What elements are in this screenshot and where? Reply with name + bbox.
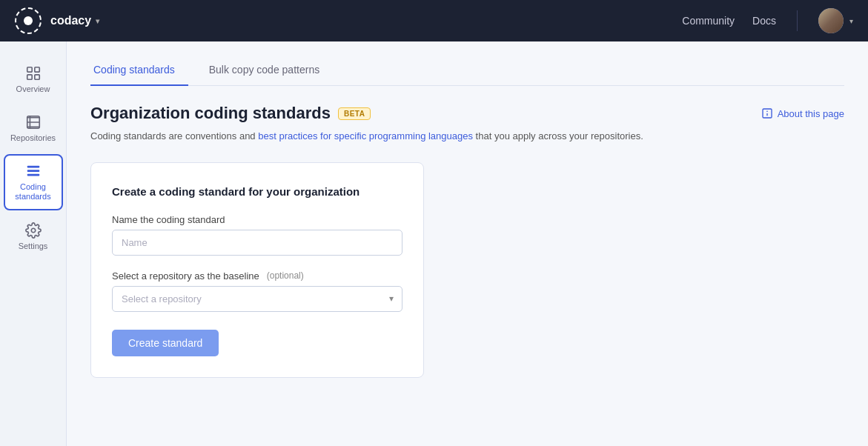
sidebar-item-overview[interactable]: Overview xyxy=(4,56,63,102)
sidebar-item-coding-standards-label: Coding standards xyxy=(10,182,57,202)
about-link-label: About this page xyxy=(778,108,844,119)
sidebar-item-coding-standards[interactable]: Coding standards xyxy=(4,154,63,210)
overview-icon xyxy=(25,65,42,81)
sidebar: Overview Repositories Coding standards xyxy=(0,41,67,446)
topnav-divider xyxy=(797,10,798,31)
description-part1: Coding standards are conventions and xyxy=(90,130,258,142)
svg-rect-1 xyxy=(34,67,39,72)
topnav-links: Community Docs ▾ xyxy=(682,8,853,33)
page-header: Organization coding standards BETA About… xyxy=(90,104,844,123)
sidebar-item-repositories[interactable]: Repositories xyxy=(4,105,63,151)
topnav: codacy ▾ Community Docs ▾ xyxy=(0,0,868,41)
svg-rect-2 xyxy=(27,75,31,79)
community-link[interactable]: Community xyxy=(682,15,735,27)
create-standard-button[interactable]: Create standard xyxy=(112,330,219,356)
sidebar-item-settings[interactable]: Settings xyxy=(4,213,63,259)
logo-icon[interactable] xyxy=(15,7,42,34)
docs-link[interactable]: Docs xyxy=(752,15,776,27)
description-highlight: best practices for specific programming … xyxy=(258,130,473,142)
main-content: Coding standards Bulk copy code patterns… xyxy=(67,41,868,446)
main-layout: Overview Repositories Coding standards xyxy=(0,41,868,446)
sidebar-item-repositories-label: Repositories xyxy=(10,133,56,142)
svg-point-8 xyxy=(31,229,36,233)
name-label: Name the coding standard xyxy=(112,214,402,225)
sidebar-item-settings-label: Settings xyxy=(19,242,48,250)
description-part2: that you apply across your repositories. xyxy=(476,130,643,142)
sidebar-item-overview-label: Overview xyxy=(16,84,50,93)
svg-rect-6 xyxy=(27,170,39,172)
page-title-row: Organization coding standards BETA xyxy=(90,104,371,123)
info-icon xyxy=(761,107,773,119)
avatar-chevron-icon[interactable]: ▾ xyxy=(849,17,853,25)
brand-button[interactable]: codacy ▾ xyxy=(50,14,99,27)
page-description: Coding standards are conventions and bes… xyxy=(90,129,844,144)
beta-badge: BETA xyxy=(338,107,371,120)
repository-select[interactable]: Select a repository xyxy=(112,286,402,312)
brand-label: codacy xyxy=(50,14,91,27)
select-wrapper: Select a repository ▾ xyxy=(112,286,402,312)
settings-icon xyxy=(25,222,42,239)
page-title: Organization coding standards xyxy=(90,104,331,123)
create-standard-card: Create a coding standard for your organi… xyxy=(90,162,424,378)
optional-tag: (optional) xyxy=(267,270,304,281)
repositories-icon xyxy=(25,114,42,130)
select-label: Select a repository as the baseline xyxy=(112,270,259,282)
tabs-bar: Coding standards Bulk copy code patterns xyxy=(90,41,844,86)
svg-rect-0 xyxy=(27,67,31,72)
avatar-image xyxy=(818,8,844,33)
avatar[interactable] xyxy=(818,8,844,33)
svg-rect-3 xyxy=(34,75,39,79)
about-link[interactable]: About this page xyxy=(761,107,844,119)
brand-chevron-icon: ▾ xyxy=(96,17,99,25)
coding-standards-icon xyxy=(25,163,42,179)
svg-rect-5 xyxy=(27,166,39,168)
tab-coding-standards[interactable]: Coding standards xyxy=(90,56,188,86)
select-label-row: Select a repository as the baseline (opt… xyxy=(112,270,402,282)
name-input[interactable] xyxy=(112,230,402,256)
card-title: Create a coding standard for your organi… xyxy=(112,184,402,199)
svg-rect-7 xyxy=(27,174,39,176)
tab-bulk-copy[interactable]: Bulk copy code patterns xyxy=(206,56,333,86)
